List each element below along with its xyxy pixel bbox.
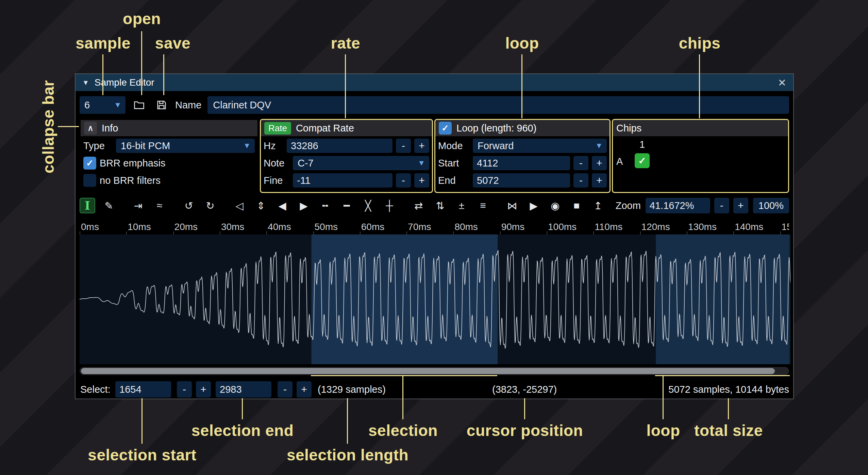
name-label: Name (175, 100, 201, 111)
reverse-icon[interactable]: ⇄ (411, 198, 427, 213)
annotation-collapse-bar: collapse bar (39, 80, 57, 173)
annotation-line-collapse-bar (58, 126, 79, 127)
zoom-in-button[interactable]: + (733, 198, 748, 213)
annotation-rate: rate (331, 34, 360, 52)
sample-type-select[interactable]: 16-bit PCM ▼ (116, 139, 255, 153)
fine-input[interactable]: -11 (293, 173, 393, 188)
preview-loop-icon[interactable]: ◉ (547, 198, 563, 213)
annotation-line-loop (521, 54, 522, 118)
annotation-loop: loop (505, 34, 539, 52)
sample-number-value: 6 (80, 100, 90, 111)
redo-icon[interactable]: ↻ (202, 198, 218, 213)
fade-out-icon[interactable]: ▶ (296, 198, 312, 213)
waveform-display[interactable] (80, 234, 790, 364)
annotation-save: save (155, 34, 190, 52)
import-icon[interactable]: ↥ (590, 198, 606, 213)
signed-unsigned-icon[interactable]: ± (454, 198, 469, 213)
ruler-label: 140ms (735, 222, 763, 232)
loop-enable-checkbox[interactable]: ✓ (439, 122, 452, 135)
invert-icon[interactable]: ⇅ (432, 198, 448, 213)
ruler-label: 70ms (408, 222, 431, 232)
selection-length-text: (1329 samples) (318, 381, 386, 398)
trim-icon[interactable]: ┼ (382, 198, 397, 213)
collapse-bar-button[interactable]: ∧ (84, 122, 97, 135)
annotation-open: open (123, 10, 161, 28)
selection-start-increment-button[interactable]: + (196, 381, 211, 398)
panels-row: ∧ Info Type 16-bit PCM ▼ ✓ (80, 119, 789, 193)
zoom-value-input[interactable]: 41.1672% (646, 198, 710, 213)
info-panel-title: Info (102, 123, 118, 134)
insert-silence-icon[interactable]: ╍ (317, 198, 333, 213)
note-select[interactable]: C-7 ▼ (293, 156, 429, 170)
selection-end-decrement-button[interactable]: - (278, 381, 293, 398)
selection-end-increment-button[interactable]: + (297, 381, 312, 398)
normalize-icon[interactable]: ⇕ (253, 198, 269, 213)
loop-panel-title: Loop (length: 960) (456, 123, 536, 134)
ruler-label: 10ms (128, 222, 151, 232)
floppy-save-icon (156, 99, 167, 111)
fine-decrement-button[interactable]: - (396, 173, 411, 188)
crossfade-loop-icon[interactable]: ⋈ (504, 198, 520, 213)
fade-in-icon[interactable]: ◀ (274, 198, 290, 213)
waveform-scrollbar[interactable] (80, 367, 789, 375)
chip-row-label: A (616, 156, 623, 167)
hz-input[interactable]: 33286 (287, 139, 393, 153)
draw-icon[interactable]: ✎ (101, 198, 117, 213)
selection-start-input[interactable]: 1654 (115, 381, 171, 398)
resample-icon[interactable]: ≈ (152, 198, 167, 213)
sample-number-select[interactable]: 6 ▼ (80, 96, 126, 114)
ruler-tick (80, 231, 80, 234)
annotation-line-selection-length (347, 398, 348, 444)
selection-start-decrement-button[interactable]: - (177, 381, 192, 398)
ruler-tick (780, 231, 781, 234)
hz-decrement-button[interactable]: - (396, 139, 411, 153)
titlebar[interactable]: ▼ Sample Editor ✕ (76, 74, 793, 91)
selection-end-input[interactable]: 2983 (216, 381, 271, 398)
loop-end-increment-button[interactable]: + (592, 173, 607, 188)
edit-select-icon[interactable]: I (80, 198, 95, 213)
window-collapse-icon[interactable]: ▼ (82, 79, 89, 87)
open-sample-button[interactable] (130, 96, 148, 114)
preview-icon[interactable]: ▶ (526, 198, 541, 213)
stop-preview-icon[interactable]: ■ (569, 198, 584, 213)
loop-start-decrement-button[interactable]: - (573, 156, 588, 170)
no-brr-filters-checkbox[interactable] (83, 174, 96, 187)
info-panel: ∧ Info Type 16-bit PCM ▼ ✓ (80, 119, 258, 193)
hz-increment-button[interactable]: + (414, 139, 429, 153)
sample-name-input[interactable]: Clarinet DQV (207, 96, 789, 114)
loop-mode-select[interactable]: Forward ▼ (473, 139, 607, 153)
loop-start-input[interactable]: 4112 (473, 156, 570, 170)
waveform-area[interactable] (80, 234, 789, 364)
annotation-cursor-position: cursor position (467, 421, 583, 440)
annotation-line-rate (345, 54, 346, 118)
delete-icon[interactable]: ╳ (360, 198, 376, 213)
chip-column-header: 1 (634, 139, 650, 150)
zoom-reset-button[interactable]: 100% (753, 198, 789, 213)
loop-end-decrement-button[interactable]: - (573, 173, 588, 188)
ruler-tick (593, 231, 594, 234)
loop-end-input[interactable]: 5072 (473, 173, 570, 188)
zoom-out-button[interactable]: - (714, 198, 729, 213)
ruler-label: 50ms (315, 222, 338, 232)
brr-emphasis-checkbox[interactable]: ✓ (83, 157, 96, 170)
loop-start-increment-button[interactable]: + (592, 156, 607, 170)
check-icon: ✓ (86, 158, 94, 169)
chip-enable-checkbox[interactable]: ✓ (635, 153, 650, 168)
brr-emphasis-label: BRR emphasis (100, 158, 165, 169)
annotation-stub-selection (402, 375, 403, 419)
sample-toolbar: I✎⇥≈↺↻◁⇕◀▶╍━╳┼⇄⇅±≡⋈▶◉■↥ Zoom 41.1672% - … (80, 196, 789, 215)
ruler-tick (360, 231, 361, 234)
ruler-tick (173, 231, 174, 234)
chips-panel-title: Chips (616, 123, 641, 134)
note-value: C-7 (293, 158, 314, 169)
fine-increment-button[interactable]: + (414, 173, 429, 188)
apply-filter-icon[interactable]: ≡ (475, 198, 491, 213)
undo-icon[interactable]: ↺ (181, 198, 197, 213)
screenshot-root: ▼ Sample Editor ✕ 6 ▼ Name Clarinet DQV (0, 0, 868, 475)
save-sample-button[interactable] (153, 96, 170, 114)
resize-icon[interactable]: ⇥ (130, 198, 146, 213)
scrollbar-thumb[interactable] (81, 368, 775, 374)
amplify-icon[interactable]: ◁ (232, 198, 247, 213)
close-icon[interactable]: ✕ (778, 77, 786, 89)
apply-silence-icon[interactable]: ━ (339, 198, 354, 213)
